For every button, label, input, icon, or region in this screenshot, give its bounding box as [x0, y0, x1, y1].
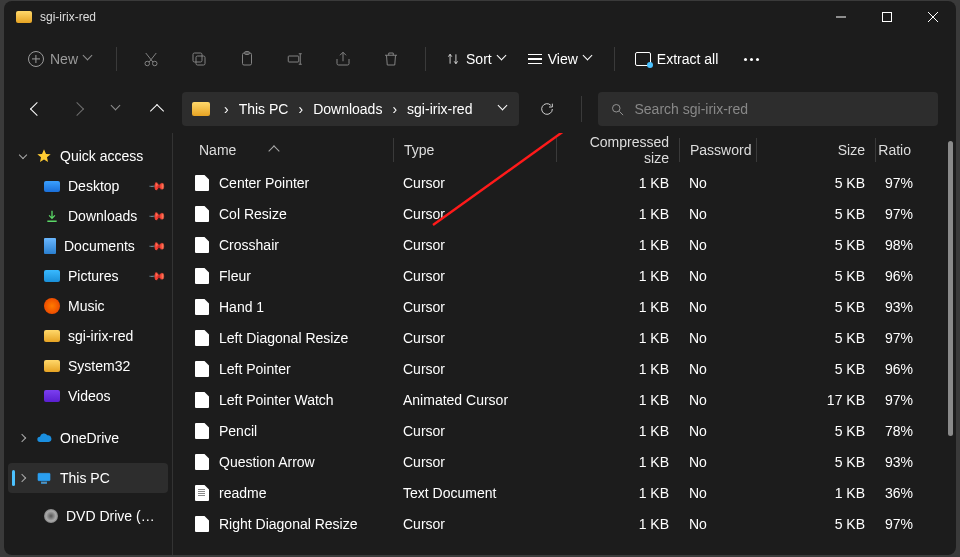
- table-row[interactable]: FleurCursor1 KBNo5 KB96%: [173, 260, 956, 291]
- file-icon: [195, 206, 209, 222]
- breadcrumb-item[interactable]: Downloads: [313, 101, 382, 117]
- delete-button[interactable]: [369, 41, 413, 77]
- titlebar[interactable]: sgi-irix-red: [4, 1, 956, 33]
- share-button[interactable]: [321, 41, 365, 77]
- scrollbar[interactable]: [948, 139, 953, 549]
- minimize-button[interactable]: [818, 1, 864, 33]
- file-icon: [195, 175, 209, 191]
- file-password: No: [679, 175, 756, 191]
- table-row[interactable]: PencilCursor1 KBNo5 KB78%: [173, 415, 956, 446]
- sidebar-item-documents[interactable]: Documents 📌: [4, 231, 172, 261]
- search-input[interactable]: Search sgi-irix-red: [598, 92, 939, 126]
- sidebar-item-downloads[interactable]: Downloads 📌: [4, 201, 172, 231]
- sidebar-item-pictures[interactable]: Pictures 📌: [4, 261, 172, 291]
- paste-button[interactable]: [225, 41, 269, 77]
- more-icon: [744, 58, 759, 61]
- maximize-button[interactable]: [864, 1, 910, 33]
- file-rows: Center PointerCursor1 KBNo5 KB97%Col Res…: [173, 167, 956, 555]
- scroll-thumb[interactable]: [948, 141, 953, 436]
- explorer-window: sgi-irix-red New Sort View: [4, 1, 956, 555]
- up-button[interactable]: [142, 94, 172, 124]
- sidebar-item-desktop[interactable]: Desktop 📌: [4, 171, 172, 201]
- file-icon: [195, 485, 209, 501]
- more-button[interactable]: [736, 52, 767, 67]
- copy-button[interactable]: [177, 41, 221, 77]
- file-ratio: 97%: [875, 392, 921, 408]
- sidebar-item-onedrive[interactable]: OneDrive: [4, 423, 172, 453]
- chevron-down-icon[interactable]: [499, 104, 509, 114]
- table-row[interactable]: Center PointerCursor1 KBNo5 KB97%: [173, 167, 956, 198]
- recent-button[interactable]: [102, 94, 132, 124]
- table-row[interactable]: Col ResizeCursor1 KBNo5 KB97%: [173, 198, 956, 229]
- table-row[interactable]: Right Diagonal ResizeCursor1 KBNo5 KB97%: [173, 508, 956, 539]
- address-bar[interactable]: › This PC › Downloads › sgi-irix-red: [182, 92, 519, 126]
- svg-rect-1: [883, 13, 892, 22]
- sidebar-item-system32[interactable]: System32: [4, 351, 172, 381]
- chevron-right-icon[interactable]: ›: [218, 101, 235, 117]
- file-size: 5 KB: [756, 268, 875, 284]
- chevron-right-icon[interactable]: ›: [386, 101, 403, 117]
- forward-button[interactable]: [62, 94, 92, 124]
- file-size: 5 KB: [756, 206, 875, 222]
- sidebar-label: System32: [68, 358, 130, 374]
- file-size: 5 KB: [756, 237, 875, 253]
- column-header-password[interactable]: Password …: [679, 138, 756, 162]
- table-row[interactable]: Hand 1Cursor1 KBNo5 KB93%: [173, 291, 956, 322]
- breadcrumb-item[interactable]: sgi-irix-red: [407, 101, 472, 117]
- file-size: 1 KB: [756, 485, 875, 501]
- sidebar: Quick access Desktop 📌 Downloads 📌 Docum…: [4, 133, 172, 555]
- sidebar-item-quick-access[interactable]: Quick access: [4, 141, 172, 171]
- chevron-right-icon[interactable]: ›: [292, 101, 309, 117]
- file-name: Left Pointer: [219, 361, 291, 377]
- file-name: Left Pointer Watch: [219, 392, 334, 408]
- breadcrumb-item[interactable]: This PC: [239, 101, 289, 117]
- view-button[interactable]: View: [520, 45, 602, 73]
- table-row[interactable]: readmeText Document1 KBNo1 KB36%: [173, 477, 956, 508]
- file-ratio: 97%: [875, 206, 921, 222]
- new-button[interactable]: New: [18, 45, 104, 73]
- table-row[interactable]: Left PointerCursor1 KBNo5 KB96%: [173, 353, 956, 384]
- table-row[interactable]: Left Pointer WatchAnimated Cursor1 KBNo1…: [173, 384, 956, 415]
- column-header-name[interactable]: Name: [173, 138, 393, 162]
- sidebar-item-dvd[interactable]: DVD Drive (D:) C…: [4, 501, 172, 531]
- sort-button[interactable]: Sort: [438, 45, 516, 73]
- sidebar-item-sgi[interactable]: sgi-irix-red: [4, 321, 172, 351]
- table-row[interactable]: Left Diagonal ResizeCursor1 KBNo5 KB97%: [173, 322, 956, 353]
- cut-button[interactable]: [129, 41, 173, 77]
- pictures-icon: [44, 270, 60, 282]
- sidebar-item-thispc[interactable]: This PC: [8, 463, 168, 493]
- column-header-type[interactable]: Type: [393, 138, 556, 162]
- file-type: Cursor: [393, 423, 556, 439]
- column-header-size[interactable]: Size: [756, 138, 875, 162]
- sidebar-item-videos[interactable]: Videos: [4, 381, 172, 411]
- file-compressed-size: 1 KB: [556, 206, 679, 222]
- file-ratio: 93%: [875, 299, 921, 315]
- address-folder-icon: [192, 102, 210, 116]
- file-type: Cursor: [393, 206, 556, 222]
- file-size: 5 KB: [756, 516, 875, 532]
- sidebar-item-music[interactable]: Music: [4, 291, 172, 321]
- sidebar-label: Music: [68, 298, 105, 314]
- sidebar-label: OneDrive: [60, 430, 119, 446]
- column-header-ratio[interactable]: Ratio: [875, 138, 921, 162]
- extract-all-button[interactable]: Extract all: [627, 45, 726, 73]
- file-name: Crosshair: [219, 237, 279, 253]
- file-ratio: 97%: [875, 175, 921, 191]
- file-size: 5 KB: [756, 299, 875, 315]
- file-size: 5 KB: [756, 361, 875, 377]
- refresh-button[interactable]: [529, 101, 565, 117]
- column-header-csize[interactable]: Compressed size: [556, 138, 679, 162]
- extract-icon: [635, 52, 651, 66]
- file-type: Cursor: [393, 175, 556, 191]
- chevron-down-icon[interactable]: [18, 151, 28, 161]
- rename-button[interactable]: [273, 41, 317, 77]
- close-button[interactable]: [910, 1, 956, 33]
- chevron-right-icon[interactable]: [18, 433, 28, 443]
- file-ratio: 93%: [875, 454, 921, 470]
- file-ratio: 96%: [875, 361, 921, 377]
- table-row[interactable]: Question ArrowCursor1 KBNo5 KB93%: [173, 446, 956, 477]
- table-row[interactable]: CrosshairCursor1 KBNo5 KB98%: [173, 229, 956, 260]
- chevron-right-icon[interactable]: [18, 473, 28, 483]
- nav-row: › This PC › Downloads › sgi-irix-red Sea…: [4, 85, 956, 133]
- back-button[interactable]: [22, 94, 52, 124]
